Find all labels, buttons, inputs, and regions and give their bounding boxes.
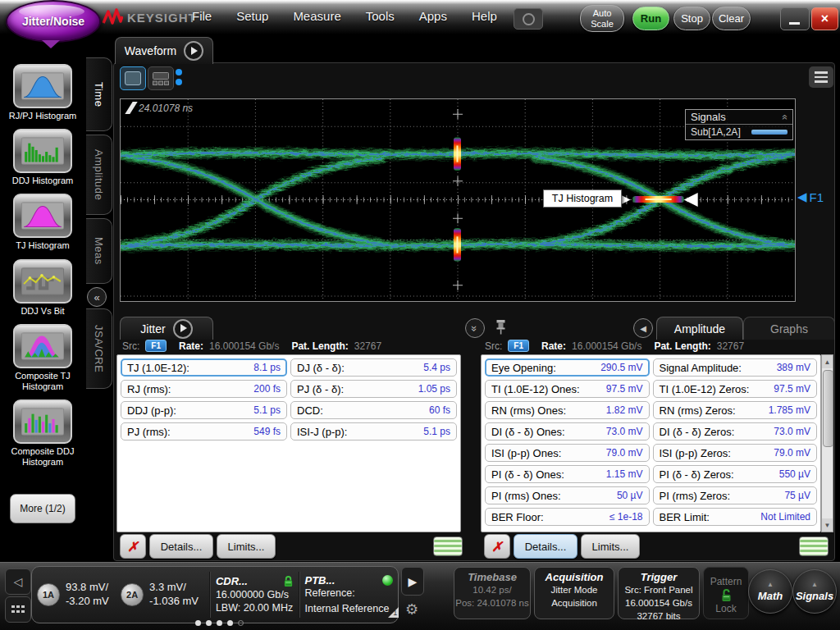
play-icon[interactable]: [184, 41, 203, 61]
tab-jsa-cre[interactable]: JSA/CRE: [86, 308, 112, 389]
jitter-status-led[interactable]: [433, 536, 463, 556]
tab-amplitude[interactable]: Amplitude: [656, 317, 743, 340]
tab-jitter[interactable]: Jitter: [120, 317, 213, 340]
f1-source-marker[interactable]: ◀ F1: [797, 189, 824, 204]
scroll-panels-left-button[interactable]: ◁: [5, 568, 31, 595]
measurement-chip[interactable]: DDJ (p-p): 5.1 ps: [121, 401, 287, 419]
measurement-chip[interactable]: PI (δ - δ) Ones: 1.15 mV: [485, 465, 650, 483]
split-view-button[interactable]: [148, 66, 174, 90]
amplitude-scrollbar[interactable]: ▲ ▼: [821, 354, 833, 532]
scroll-panels-right-button[interactable]: ▶: [401, 567, 424, 596]
tab-waveform[interactable]: Waveform: [115, 37, 213, 64]
channel-grid-button[interactable]: [5, 596, 31, 623]
sidebar-item-ddj-vs-bit[interactable]: DDJ Vs Bit: [2, 259, 83, 317]
measurement-chip[interactable]: DJ (δ - δ): 5.4 ps: [290, 358, 457, 377]
jitter-details-button[interactable]: Details...: [149, 534, 213, 559]
brand-text: KEYSIGHT: [127, 11, 197, 25]
app-menu-button[interactable]: Jitter/Noise: [6, 0, 101, 43]
channel-offset: -1.036 mV: [149, 595, 199, 607]
measurement-chip[interactable]: TI (1.0E-12) Zeros: 97.5 mV: [653, 380, 818, 398]
chevron-down-icon: »: [468, 325, 481, 331]
page-dots[interactable]: [195, 620, 244, 626]
amplitude-remove-button[interactable]: ✗: [484, 534, 510, 559]
measurement-chip[interactable]: PJ (δ - δ): 1.05 ps: [290, 380, 457, 398]
measurement-chip[interactable]: PI (δ - δ) Zeros: 550 µV: [653, 465, 818, 483]
jitter-remove-button[interactable]: ✗: [120, 534, 146, 559]
amplitude-details-button[interactable]: Details...: [514, 534, 578, 559]
close-button[interactable]: ×: [811, 7, 838, 30]
measurement-chip[interactable]: Eye Opening: 290.5 mV: [485, 358, 650, 377]
measurement-chip[interactable]: DI (δ - δ) Zeros: 73.0 mV: [653, 422, 818, 441]
run-button[interactable]: Run: [632, 7, 669, 30]
measurement-chip[interactable]: ISI (p-p) Ones: 79.0 mV: [485, 444, 650, 462]
menu-measure[interactable]: Measure: [293, 9, 340, 23]
scrollbar-thumb[interactable]: [823, 370, 833, 447]
measurement-chip[interactable]: TI (1.0E-12) Ones: 97.5 mV: [485, 380, 650, 398]
trigger-panel[interactable]: Trigger Src: Front Panel 16.000154 Gb/s …: [618, 567, 700, 619]
sidebar-item-composite-ddj-histogram[interactable]: Composite DDJ Histogram: [2, 399, 83, 468]
scroll-up-icon[interactable]: ▲: [822, 355, 833, 368]
channel-1a[interactable]: 1A 93.8 mV/ -3.20 mV: [37, 581, 121, 609]
measurement-chip[interactable]: PJ (rms): 549 fs: [121, 422, 287, 441]
sidebar-collapse-icon[interactable]: «: [87, 287, 107, 307]
measurement-chip[interactable]: RN (rms) Ones: 1.82 mV: [485, 401, 650, 419]
sidebar-item-rjpj-histogram[interactable]: RJ/PJ Histogram: [2, 64, 83, 121]
amplitude-scroll-left-button[interactable]: ◀: [633, 318, 653, 338]
panel-collapse-button[interactable]: »: [465, 318, 485, 338]
sidebar-item-ddj-histogram[interactable]: DDJ Histogram: [2, 129, 83, 186]
menu-apps[interactable]: Apps: [419, 9, 447, 23]
measurement-label: ISI-J (p-p):: [297, 426, 347, 438]
ptb-panel[interactable]: PTB... Reference: Internal Reference 1: [305, 574, 394, 615]
measurement-chip[interactable]: RJ (rms): 200 fs: [121, 380, 287, 398]
clear-button[interactable]: Clear: [712, 7, 751, 30]
stop-button[interactable]: Stop: [673, 7, 710, 30]
tj-histogram-flag[interactable]: TJ Histogram: [543, 189, 622, 208]
measurement-chip[interactable]: DI (δ - δ) Ones: 73.0 mV: [485, 422, 650, 441]
measurement-chip[interactable]: Signal Amplitude: 389 mV: [653, 358, 818, 377]
menu-setup[interactable]: Setup: [236, 9, 268, 23]
gear-icon[interactable]: ⚙: [401, 597, 422, 622]
sidebar-item-composite-tj-histogram[interactable]: Composite TJ Histogram: [2, 324, 83, 392]
tab-meas[interactable]: Meas: [86, 218, 112, 284]
acquisition-panel[interactable]: Acquisition Jitter Mode Acquisition: [534, 567, 614, 619]
tab-amplitude-label: Amplitude: [674, 322, 725, 336]
timebase-panel[interactable]: Timebase 10.42 ps/ Pos: 24.01078 ns: [454, 567, 531, 619]
play-icon[interactable]: [173, 319, 193, 339]
measurement-chip[interactable]: RN (rms) Zeros: 1.785 mV: [653, 401, 818, 419]
math-button[interactable]: ▲ Math: [748, 569, 792, 614]
tab-time[interactable]: Time: [86, 57, 112, 131]
menu-help[interactable]: Help: [472, 9, 497, 23]
waveform-menu-button[interactable]: [809, 66, 833, 88]
menu-file[interactable]: File: [192, 9, 212, 23]
measurement-chip[interactable]: BER Floor: ≤ 1e-18: [485, 508, 650, 526]
jitter-limits-button[interactable]: Limits...: [217, 534, 276, 559]
cdr-panel[interactable]: CDR... 16.000000 Gb/s LBW: 20.00 MHz: [216, 575, 294, 615]
tab-graphs[interactable]: Graphs: [743, 317, 835, 340]
sidebar-item-tj-histogram[interactable]: TJ Histogram: [2, 194, 83, 251]
menu-tools[interactable]: Tools: [366, 9, 395, 23]
measurement-chip[interactable]: ISI (p-p) Zeros: 79.0 mV: [653, 444, 818, 462]
camera-icon[interactable]: [514, 8, 543, 30]
pin-icon[interactable]: [495, 319, 506, 335]
measurement-chip[interactable]: PI (rms) Ones: 50 µV: [485, 486, 650, 504]
measurement-chip[interactable]: PI (rms) Zeros: 75 µV: [653, 486, 818, 504]
lock-label: Lock: [715, 603, 736, 614]
minimize-button[interactable]: [780, 7, 810, 30]
signals-button[interactable]: ▲ Signals: [792, 569, 837, 614]
measurement-chip[interactable]: BER Limit: Not Limited: [653, 508, 818, 526]
divider: [209, 572, 211, 618]
tab-amplitude-side[interactable]: Amplitude: [86, 135, 112, 215]
scroll-down-icon[interactable]: ▼: [822, 518, 833, 532]
channel-2a[interactable]: 2A 3.3 mV/ -1.036 mV: [121, 581, 204, 609]
amplitude-status-led[interactable]: [799, 536, 829, 556]
view-options-handle[interactable]: [176, 69, 182, 85]
pattern-lock-panel[interactable]: Pattern Lock: [703, 567, 749, 619]
more-pages-button[interactable]: More (1/2): [10, 494, 75, 523]
measurement-chip[interactable]: ISI-J (p-p): 5.1 ps: [290, 422, 457, 441]
single-view-button[interactable]: [120, 66, 146, 90]
amplitude-limits-button[interactable]: Limits...: [581, 534, 640, 559]
auto-scale-button[interactable]: Auto Scale: [580, 5, 624, 32]
legend-collapse-icon[interactable]: »: [779, 114, 791, 120]
measurement-chip[interactable]: TJ (1.0E-12): 8.1 ps: [121, 358, 287, 377]
measurement-chip[interactable]: DCD: 60 fs: [290, 401, 457, 419]
